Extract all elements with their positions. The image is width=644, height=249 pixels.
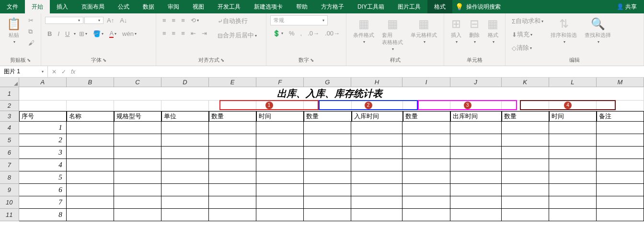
cell[interactable]: 6 xyxy=(19,184,67,196)
row-header[interactable]: 6 xyxy=(0,147,19,159)
cell[interactable] xyxy=(450,159,502,171)
font-color-button[interactable]: A▾ xyxy=(107,28,119,39)
col-header-B[interactable]: B xyxy=(67,78,114,87)
align-bottom-button[interactable]: ≡ xyxy=(179,15,187,25)
col-header-I[interactable]: I xyxy=(402,78,450,87)
align-left-button[interactable]: ≡ xyxy=(160,28,169,38)
cell[interactable] xyxy=(161,134,209,147)
cell[interactable] xyxy=(549,101,597,111)
cell[interactable] xyxy=(450,101,502,111)
cell[interactable] xyxy=(67,101,114,111)
cell[interactable] xyxy=(161,147,209,159)
cell[interactable] xyxy=(161,122,209,134)
cell[interactable] xyxy=(549,184,597,196)
cell[interactable] xyxy=(161,101,209,111)
cell-styles-button[interactable]: ▦单元格样式▾ xyxy=(408,15,440,46)
cell[interactable] xyxy=(597,101,644,111)
cell[interactable] xyxy=(502,101,549,111)
cell[interactable]: 序号 xyxy=(19,111,67,122)
row-header[interactable]: 3 xyxy=(0,111,19,122)
cell[interactable] xyxy=(67,209,114,221)
cell[interactable] xyxy=(502,159,549,171)
format-painter-button[interactable]: 🖌 xyxy=(26,38,37,48)
menu-ffgz[interactable]: 方方格子 xyxy=(314,0,351,13)
menu-file[interactable]: 文件 xyxy=(0,0,25,13)
cell[interactable] xyxy=(597,122,644,134)
cell[interactable] xyxy=(450,122,502,134)
cell[interactable]: 时间 xyxy=(549,111,597,122)
menu-developer[interactable]: 开发工具 xyxy=(211,0,247,13)
select-all-button[interactable] xyxy=(0,78,19,87)
delete-cells-button[interactable]: ⊟删除▾ xyxy=(466,15,483,46)
cell[interactable] xyxy=(256,184,304,196)
cell[interactable] xyxy=(304,101,351,111)
row-header[interactable]: 9 xyxy=(0,184,19,196)
fill-color-button[interactable]: 🪣▾ xyxy=(91,29,106,39)
cell[interactable] xyxy=(114,122,161,134)
cell[interactable] xyxy=(114,134,161,147)
increase-decimal-button[interactable]: .0→ xyxy=(305,28,322,38)
wrap-text-button[interactable]: ⤶ 自动换行 xyxy=(215,15,259,27)
cell[interactable] xyxy=(67,171,114,184)
cell[interactable] xyxy=(402,122,450,134)
cell[interactable] xyxy=(403,101,450,111)
cell[interactable] xyxy=(161,184,209,196)
cell[interactable] xyxy=(597,134,644,147)
cell[interactable] xyxy=(597,196,644,209)
number-launcher[interactable]: ⬊ xyxy=(310,57,314,63)
cell[interactable]: 7 xyxy=(19,196,67,209)
cell[interactable] xyxy=(351,122,402,134)
name-box[interactable]: 图片 1▾ xyxy=(0,66,48,77)
cell[interactable] xyxy=(351,184,402,196)
col-header-M[interactable]: M xyxy=(597,78,644,87)
increase-indent-button[interactable]: ⇥ xyxy=(199,28,209,38)
col-header-D[interactable]: D xyxy=(161,78,209,87)
comma-button[interactable]: , xyxy=(298,28,305,38)
cell[interactable] xyxy=(597,147,644,159)
row-header[interactable]: 2 xyxy=(0,101,19,111)
cell[interactable] xyxy=(450,147,502,159)
copy-button[interactable]: ⧉ xyxy=(26,26,37,37)
cell[interactable] xyxy=(502,122,549,134)
cell[interactable] xyxy=(402,159,450,171)
col-header-K[interactable]: K xyxy=(502,78,549,87)
menu-picture-tools[interactable]: 图片工具 xyxy=(391,0,427,13)
row-header[interactable]: 8 xyxy=(0,171,19,184)
cell[interactable] xyxy=(67,122,114,134)
cell[interactable]: 5 xyxy=(19,171,67,184)
number-format-selector[interactable]: 常规▾ xyxy=(270,15,328,25)
cell[interactable] xyxy=(209,122,256,134)
cell[interactable] xyxy=(256,147,304,159)
cell[interactable] xyxy=(161,159,209,171)
col-header-G[interactable]: G xyxy=(304,78,351,87)
cell[interactable] xyxy=(597,171,644,184)
cell[interactable] xyxy=(209,101,256,111)
cell[interactable] xyxy=(502,196,549,209)
cell[interactable] xyxy=(549,171,597,184)
share-button[interactable]: 👤 共享 xyxy=(610,3,644,11)
autosum-button[interactable]: Σ 自动求和▾ xyxy=(509,15,546,27)
insert-cells-button[interactable]: ⊞插入▾ xyxy=(448,15,464,46)
sort-filter-button[interactable]: ⇅排序和筛选▾ xyxy=(548,15,580,46)
menu-diy[interactable]: DIY工具箱 xyxy=(351,0,391,13)
cell[interactable] xyxy=(67,184,114,196)
cell[interactable] xyxy=(161,209,209,221)
cell[interactable] xyxy=(67,159,114,171)
cell[interactable]: 时间 xyxy=(256,111,304,122)
cell[interactable] xyxy=(209,184,256,196)
cell[interactable] xyxy=(352,101,403,111)
accept-formula-icon[interactable]: ✓ xyxy=(61,68,66,75)
menu-data[interactable]: 数据 xyxy=(136,0,161,13)
cell[interactable] xyxy=(304,209,351,221)
decrease-decimal-button[interactable]: .00→ xyxy=(322,28,342,38)
cell[interactable] xyxy=(304,134,351,147)
col-header-L[interactable]: L xyxy=(549,78,597,87)
col-header-E[interactable]: E xyxy=(209,78,256,87)
format-cells-button[interactable]: ▦格式▾ xyxy=(484,15,501,46)
cell[interactable] xyxy=(304,171,351,184)
align-center-button[interactable]: ≡ xyxy=(170,28,178,38)
cell[interactable]: 备注 xyxy=(597,111,644,122)
col-header-H[interactable]: H xyxy=(351,78,402,87)
cell[interactable] xyxy=(209,209,256,221)
fx-icon[interactable]: fx xyxy=(71,68,75,75)
